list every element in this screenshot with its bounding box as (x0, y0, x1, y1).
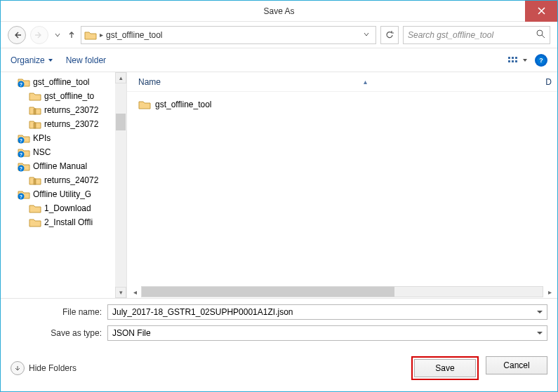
address-bar[interactable]: ▸ gst_offline_tool (81, 26, 376, 44)
tree-item[interactable]: returns_23072 (1, 117, 126, 131)
folder-icon (29, 90, 41, 102)
cancel-button[interactable]: Cancel (486, 356, 547, 374)
savetype-select[interactable]: JSON File (107, 325, 547, 341)
tree-item[interactable]: ?Offline Utility_G (1, 187, 126, 201)
svg-text:?: ? (20, 194, 22, 199)
tree-item-label: 2_Install Offli (44, 217, 93, 227)
savetype-label: Save as type: (29, 328, 107, 338)
tree-item-label: KPIs (33, 133, 51, 143)
help-folder-icon: ? (18, 161, 30, 172)
scroll-up-arrow[interactable]: ▴ (115, 72, 126, 83)
help-button[interactable]: ? (535, 54, 547, 67)
tree-item[interactable]: ?NSC (1, 145, 126, 159)
recent-dropdown[interactable] (53, 27, 62, 43)
nav-toolbar: ▸ gst_offline_tool Search gst_offline_to… (1, 22, 557, 48)
scroll-left-arrow[interactable]: ◂ (128, 286, 141, 297)
command-bar: Organize New folder ? (1, 48, 557, 72)
tree-item-label: gst_offline_to (44, 91, 94, 101)
tree-item[interactable]: ?Offline Manual (1, 159, 126, 173)
svg-rect-1 (508, 57, 510, 59)
chevron-down-icon (363, 31, 370, 38)
tree-item[interactable]: 1_Download (1, 201, 126, 215)
tree-item-label: Offline Manual (33, 161, 87, 171)
tree-item-label: returns_23072 (44, 105, 98, 115)
sort-indicator-icon: ▴ (364, 78, 367, 86)
folder-tree[interactable]: ?gst_offline_toolgst_offline_toreturns_2… (1, 72, 127, 298)
organize-menu[interactable]: Organize (11, 55, 53, 65)
column-name[interactable]: Name (138, 77, 536, 87)
tree-item[interactable]: returns_24072 (1, 173, 126, 187)
folder-icon (138, 100, 151, 109)
arrow-right-icon (35, 31, 44, 39)
file-list-pane: Name ▴ D gst_offline_tool ◂ ▸ (127, 72, 557, 298)
svg-text:?: ? (539, 57, 543, 64)
organize-label: Organize (11, 55, 45, 65)
new-folder-button[interactable]: New folder (66, 55, 106, 65)
svg-rect-2 (508, 60, 510, 62)
tree-item[interactable]: returns_23072 (1, 103, 126, 117)
column-date[interactable]: D (536, 77, 557, 87)
list-hscroll[interactable]: ◂ ▸ (127, 285, 557, 298)
arrow-up-icon (67, 31, 76, 39)
zip-icon (29, 104, 41, 116)
tree-item[interactable]: 2_Install Offli (1, 215, 126, 229)
chevron-down-icon (48, 58, 53, 63)
view-icon (508, 56, 519, 65)
svg-rect-11 (34, 109, 36, 114)
tree-item-label: 1_Download (44, 203, 91, 213)
folder-icon (84, 30, 97, 40)
svg-text:?: ? (20, 138, 22, 143)
tree-item[interactable]: gst_offline_to (1, 89, 126, 103)
filename-input[interactable] (107, 304, 547, 320)
zip-icon (29, 175, 41, 186)
breadcrumb-current: gst_offline_tool (106, 30, 163, 40)
svg-text:?: ? (20, 166, 22, 171)
help-folder-icon: ? (18, 147, 30, 158)
file-list[interactable]: gst_offline_tool (127, 92, 557, 285)
svg-rect-6 (515, 60, 517, 62)
save-button-highlight: Save (411, 356, 479, 380)
refresh-icon (385, 30, 394, 40)
filename-field[interactable] (112, 307, 543, 317)
titlebar: Save As (1, 1, 557, 22)
window-title: Save As (263, 6, 294, 16)
tree-item[interactable]: ?gst_offline_tool (1, 75, 126, 89)
tree-item-label: returns_24072 (44, 175, 98, 185)
list-item-label: gst_offline_tool (155, 100, 212, 109)
scroll-right-arrow[interactable]: ▸ (543, 286, 556, 297)
search-input[interactable]: Search gst_offline_tool (403, 26, 550, 44)
svg-rect-3 (512, 57, 514, 59)
help-folder-icon: ? (18, 76, 30, 88)
zip-icon (29, 119, 41, 130)
collapse-icon (11, 361, 25, 375)
address-dropdown[interactable] (360, 30, 373, 40)
refresh-button[interactable] (380, 26, 399, 44)
svg-rect-12 (34, 123, 36, 128)
close-button[interactable] (525, 1, 557, 22)
svg-rect-4 (512, 60, 514, 62)
hide-folders-button[interactable]: Hide Folders (11, 361, 77, 375)
main-area: ?gst_offline_toolgst_offline_toreturns_2… (1, 72, 557, 299)
tree-item[interactable]: ?KPIs (1, 131, 126, 145)
savetype-value: JSON File (112, 328, 151, 338)
close-icon (538, 7, 545, 15)
help-icon: ? (537, 56, 545, 65)
up-button[interactable] (67, 27, 77, 43)
help-folder-icon: ? (18, 189, 30, 200)
tree-scrollbar[interactable]: ▴ ▾ (115, 72, 126, 298)
tree-item-label: NSC (33, 147, 51, 157)
tree-item-label: gst_offline_tool (33, 77, 90, 87)
forward-button[interactable] (30, 26, 48, 44)
tree-item-label: returns_23072 (44, 119, 98, 129)
save-button[interactable]: Save (414, 359, 476, 377)
list-header[interactable]: Name ▴ D (127, 72, 557, 92)
tree-item-label: Offline Utility_G (33, 189, 91, 199)
cancel-label: Cancel (503, 360, 529, 370)
scroll-down-arrow[interactable]: ▾ (115, 287, 126, 298)
back-button[interactable] (8, 26, 26, 44)
chevron-right-icon: ▸ (100, 31, 103, 39)
help-folder-icon: ? (18, 133, 30, 144)
list-item[interactable]: gst_offline_tool (135, 97, 557, 111)
filename-label: File name: (29, 307, 107, 317)
view-options-button[interactable] (508, 56, 528, 65)
